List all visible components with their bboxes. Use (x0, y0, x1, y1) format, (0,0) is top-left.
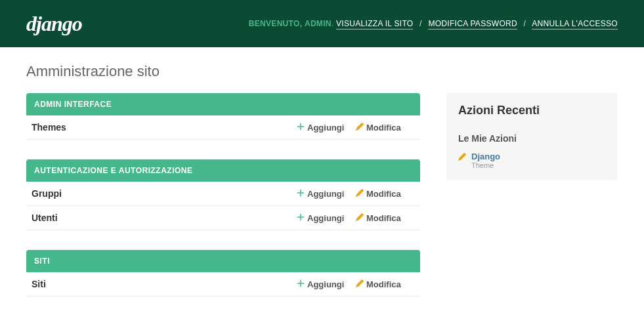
model-row: SitiAggiungiModifica (26, 272, 420, 297)
app-module: SITISitiAggiungiModifica (26, 250, 420, 297)
change-password-link[interactable]: MODIFICA PASSWORD (428, 19, 517, 30)
plus-icon (297, 189, 305, 199)
model-link[interactable]: Themes (32, 122, 297, 133)
pencil-icon (356, 189, 364, 199)
pencil-icon (356, 279, 364, 289)
app-module-header[interactable]: AUTENTICAZIONE E AUTORIZZAZIONE (26, 159, 420, 182)
change-label: Modifica (366, 123, 401, 133)
view-site-link[interactable]: VISUALIZZA IL SITO (336, 19, 413, 30)
recent-action-link[interactable]: Django (471, 152, 500, 161)
user-name: ADMIN (305, 19, 332, 28)
plus-icon (297, 123, 305, 133)
page-title: Amministrazione sito (26, 63, 618, 80)
separator: / (419, 19, 422, 28)
change-label: Modifica (366, 189, 401, 199)
change-label: Modifica (366, 213, 401, 223)
change-label: Modifica (366, 279, 401, 289)
app-module-header[interactable]: SITI (26, 250, 420, 272)
app-module: ADMIN INTERFACEThemesAggiungiModifica (26, 93, 420, 140)
app-list: ADMIN INTERFACEThemesAggiungiModificaAUT… (26, 93, 420, 316)
plus-icon (297, 279, 305, 289)
model-row: UtentiAggiungiModifica (26, 206, 420, 230)
my-actions-title: Le Mie Azioni (446, 128, 617, 150)
separator: / (524, 19, 526, 28)
recent-action-item[interactable]: DjangoTheme (446, 150, 617, 171)
logo[interactable]: django (26, 12, 82, 36)
recent-actions-title: Azioni Recenti (446, 93, 617, 128)
header: django BENVENUTO, ADMIN. VISUALIZZA IL S… (0, 0, 644, 47)
change-link[interactable]: Modifica (356, 123, 415, 133)
model-link[interactable]: Gruppi (32, 188, 297, 199)
add-label: Aggiungi (307, 213, 344, 223)
change-link[interactable]: Modifica (356, 189, 415, 199)
pencil-icon (356, 123, 364, 133)
app-module-header[interactable]: ADMIN INTERFACE (26, 93, 420, 115)
sidebar: Azioni Recenti Le Mie Azioni DjangoTheme (446, 93, 617, 180)
recent-action-type: Theme (471, 161, 500, 169)
pencil-icon (458, 152, 466, 163)
add-label: Aggiungi (307, 123, 344, 133)
add-label: Aggiungi (307, 279, 344, 289)
add-link[interactable]: Aggiungi (297, 123, 356, 133)
recent-actions-panel: Azioni Recenti Le Mie Azioni DjangoTheme (446, 93, 617, 180)
add-label: Aggiungi (307, 189, 344, 199)
change-link[interactable]: Modifica (356, 213, 415, 223)
app-module: AUTENTICAZIONE E AUTORIZZAZIONEGruppiAgg… (26, 159, 420, 230)
model-row: GruppiAggiungiModifica (26, 182, 420, 206)
welcome-label: BENVENUTO, (249, 19, 302, 28)
pencil-icon (356, 213, 364, 223)
add-link[interactable]: Aggiungi (297, 279, 356, 289)
change-link[interactable]: Modifica (356, 279, 415, 289)
model-row: ThemesAggiungiModifica (26, 115, 420, 140)
plus-icon (297, 213, 305, 223)
user-links: BENVENUTO, ADMIN. VISUALIZZA IL SITO / M… (249, 19, 618, 28)
add-link[interactable]: Aggiungi (297, 213, 356, 223)
model-link[interactable]: Utenti (32, 213, 297, 223)
model-link[interactable]: Siti (32, 279, 297, 289)
content: Amministrazione sito ADMIN INTERFACEThem… (0, 47, 644, 328)
logout-link[interactable]: ANNULLA L'ACCESSO (532, 19, 618, 30)
add-link[interactable]: Aggiungi (297, 189, 356, 199)
